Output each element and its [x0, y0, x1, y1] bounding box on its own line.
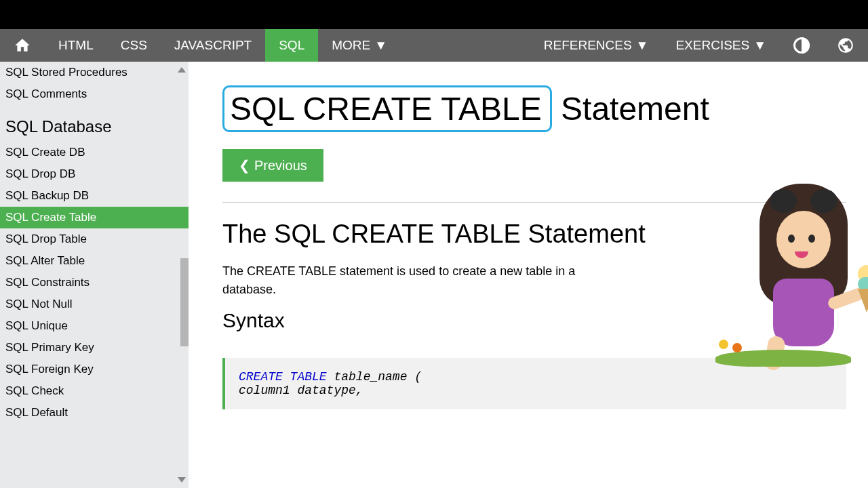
- caret-down-icon: ▼: [636, 38, 649, 53]
- globe-icon[interactable]: [823, 29, 868, 62]
- title-highlight: SQL CREATE TABLE: [222, 85, 552, 132]
- sidebar-item[interactable]: SQL Default: [0, 402, 189, 424]
- sidebar-item[interactable]: SQL Drop Table: [0, 228, 189, 250]
- sidebar[interactable]: SQL Stored Procedures SQL Comments SQL D…: [0, 62, 189, 488]
- sidebar-item[interactable]: SQL Drop DB: [0, 163, 189, 185]
- nav-references[interactable]: REFERENCES ▼: [530, 29, 663, 62]
- sidebar-item[interactable]: SQL Constraints: [0, 272, 189, 293]
- sidebar-heading: SQL Database: [0, 105, 189, 142]
- caret-down-icon: ▼: [753, 38, 766, 53]
- caret-down-icon: ▼: [374, 38, 387, 53]
- code-text: column1 datatype,: [239, 384, 363, 397]
- sidebar-item[interactable]: SQL Foreign Key: [0, 359, 189, 380]
- nav-html[interactable]: HTML: [45, 29, 107, 62]
- sidebar-item[interactable]: SQL Unique: [0, 315, 189, 337]
- sidebar-item[interactable]: SQL Check: [0, 380, 189, 402]
- previous-label: Previous: [254, 158, 307, 174]
- chevron-left-icon: ❮: [239, 157, 250, 174]
- sidebar-item-active[interactable]: SQL Create Table: [0, 207, 189, 228]
- scroll-down-icon[interactable]: [178, 477, 186, 483]
- code-keyword: CREATE TABLE: [239, 370, 327, 384]
- previous-button[interactable]: ❮ Previous: [222, 149, 323, 182]
- nav-javascript[interactable]: JAVASCRIPT: [161, 29, 265, 62]
- scrollbar-thumb[interactable]: [180, 258, 189, 346]
- nav-sql[interactable]: SQL: [265, 29, 318, 62]
- sidebar-item[interactable]: SQL Not Null: [0, 293, 189, 315]
- section-text: The CREATE TABLE statement is used to cr…: [222, 262, 609, 299]
- sidebar-item[interactable]: SQL Comments: [0, 83, 189, 105]
- character-illustration: [712, 184, 868, 373]
- main-content: SQL CREATE TABLE Statement ❮ Previous Th…: [189, 62, 868, 488]
- sidebar-item[interactable]: SQL Primary Key: [0, 337, 189, 359]
- home-icon[interactable]: [0, 29, 45, 62]
- page-container: SQL Stored Procedures SQL Comments SQL D…: [0, 62, 868, 488]
- sidebar-item[interactable]: SQL Create DB: [0, 142, 189, 163]
- nav-exercises-label: EXERCISES: [675, 38, 749, 53]
- sidebar-item[interactable]: SQL Alter Table: [0, 250, 189, 272]
- nav-exercises[interactable]: EXERCISES ▼: [662, 29, 780, 62]
- sidebar-item[interactable]: SQL Stored Procedures: [0, 62, 189, 83]
- nav-more-label: MORE: [332, 38, 370, 53]
- code-text: table_name (: [327, 370, 422, 384]
- top-navigation: HTML CSS JAVASCRIPT SQL MORE ▼ REFERENCE…: [0, 29, 868, 62]
- theme-toggle-icon[interactable]: [780, 29, 823, 62]
- page-title: SQL CREATE TABLE Statement: [222, 85, 846, 132]
- nav-more[interactable]: MORE ▼: [318, 29, 401, 62]
- nav-css[interactable]: CSS: [107, 29, 161, 62]
- scroll-up-icon[interactable]: [178, 67, 186, 73]
- title-rest: Statement: [552, 91, 709, 127]
- nav-references-label: REFERENCES: [544, 38, 632, 53]
- sidebar-item[interactable]: SQL Backup DB: [0, 185, 189, 207]
- video-letterbox-top: [0, 0, 868, 29]
